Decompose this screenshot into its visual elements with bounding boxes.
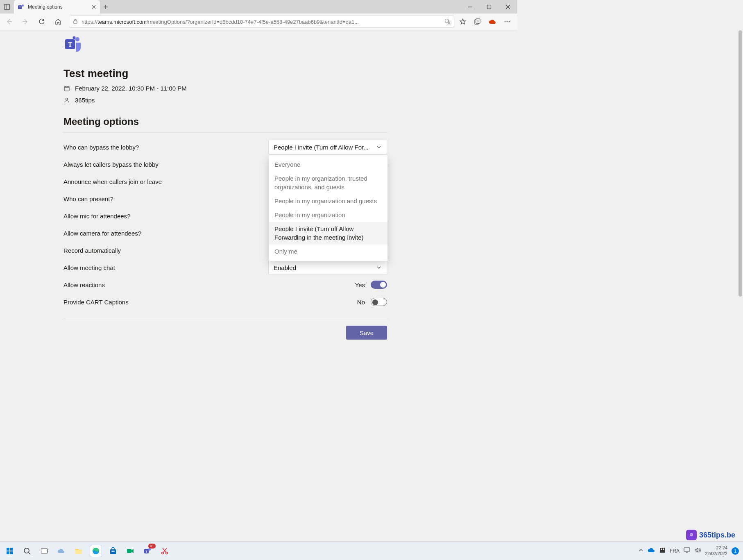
dropdown-item[interactable]: People in my organization — [269, 208, 387, 222]
tab-actions-icon — [4, 4, 10, 10]
browser-tab[interactable]: T Meeting options — [14, 0, 100, 14]
select-value: People I invite (Turn off Allow For... — [274, 144, 369, 151]
svg-point-14 — [507, 21, 508, 23]
minimize-icon — [468, 5, 473, 9]
toggle-value: No — [357, 299, 365, 306]
dropdown-item[interactable]: Everyone — [269, 158, 387, 172]
bypass-lobby-dropdown: EveryonePeople in my organization, trust… — [269, 155, 387, 261]
option-label: Provide CART Captions — [63, 299, 129, 306]
close-icon — [505, 5, 510, 9]
arrow-right-icon — [22, 18, 29, 25]
bypass-lobby-select[interactable]: People I invite (Turn off Allow For... E… — [268, 140, 387, 154]
url-text: https://teams.microsoft.com/meetingOptio… — [82, 19, 359, 25]
browser-titlebar: T Meeting options — [0, 0, 517, 14]
option-bypass-lobby: Who can bypass the lobby? People I invit… — [63, 138, 387, 156]
chevron-down-icon — [376, 265, 382, 270]
svg-point-16 — [75, 37, 79, 41]
page-viewport: T Test meeting February 22, 2022, 10:30 … — [0, 30, 517, 390]
toggle-value: Yes — [355, 281, 365, 288]
home-icon — [54, 18, 62, 25]
option-label: Always let callers bypass the lobby — [63, 161, 159, 168]
window-controls — [461, 0, 517, 14]
svg-rect-7 — [74, 21, 77, 23]
svg-point-24 — [66, 98, 68, 100]
plus-icon — [103, 5, 108, 9]
option-label: Allow reactions — [63, 281, 105, 288]
dropdown-item[interactable]: Only me — [269, 245, 387, 258]
zoom-icon — [444, 18, 451, 25]
more-icon — [503, 18, 511, 25]
meeting-chat-select[interactable]: Enabled — [268, 260, 387, 275]
svg-rect-6 — [487, 5, 491, 9]
refresh-icon — [38, 18, 45, 25]
collections-button[interactable] — [474, 18, 481, 25]
arrow-left-icon — [5, 18, 13, 25]
favorites-button[interactable] — [459, 18, 467, 25]
svg-point-15 — [509, 21, 510, 23]
teams-logo: T — [63, 35, 82, 54]
option-label: Allow camera for attendees? — [63, 230, 141, 237]
calendar-icon — [63, 85, 70, 92]
maximize-button[interactable] — [480, 0, 498, 14]
forward-button[interactable] — [20, 16, 31, 27]
option-meeting-chat: Allow meeting chat Enabled — [63, 259, 387, 276]
close-window-button[interactable] — [498, 0, 517, 14]
dropdown-item[interactable]: People in my organization, trusted organ… — [269, 172, 387, 194]
option-label: Who can present? — [63, 195, 113, 202]
svg-point-4 — [22, 5, 24, 7]
dropdown-item[interactable]: People in my organization and guests — [269, 194, 387, 208]
svg-rect-20 — [64, 86, 69, 91]
option-reactions: Allow reactions Yes — [63, 276, 387, 293]
cart-toggle[interactable] — [371, 298, 387, 306]
dropdown-item[interactable]: People I invite (Turn off Allow Forwardi… — [269, 222, 387, 245]
new-tab-button[interactable] — [100, 0, 111, 14]
svg-point-17 — [73, 36, 76, 39]
meeting-title: Test meeting — [63, 67, 387, 80]
option-label: Who can bypass the lobby? — [63, 144, 139, 151]
option-label: Allow mic for attendees? — [63, 213, 130, 220]
svg-rect-0 — [5, 4, 10, 9]
maximize-icon — [487, 5, 492, 9]
meeting-organizer-row: 365tips — [63, 97, 387, 104]
url-input[interactable]: https://teams.microsoft.com/meetingOptio… — [69, 16, 454, 28]
reading-mode-button[interactable] — [444, 18, 451, 26]
meeting-datetime: February 22, 2022, 10:30 PM - 11:00 PM — [75, 85, 187, 92]
svg-text:T: T — [19, 6, 21, 9]
svg-point-13 — [505, 21, 506, 23]
tab-title: Meeting options — [28, 4, 88, 10]
browser-addressbar: https://teams.microsoft.com/meetingOptio… — [0, 14, 517, 30]
option-label: Record automatically — [63, 247, 121, 254]
more-button[interactable] — [503, 18, 511, 25]
person-icon — [63, 97, 70, 104]
option-label: Allow meeting chat — [63, 264, 115, 271]
option-label: Announce when callers join or leave — [63, 178, 162, 185]
option-cart: Provide CART Captions No — [63, 293, 387, 311]
tab-actions-button[interactable] — [0, 0, 14, 14]
minimize-button[interactable] — [461, 0, 480, 14]
save-button[interactable]: Save — [346, 326, 387, 340]
section-title: Meeting options — [63, 116, 387, 133]
star-icon — [459, 18, 467, 25]
chevron-down-icon — [376, 144, 382, 150]
lock-icon — [72, 18, 78, 25]
reactions-toggle[interactable] — [371, 281, 387, 289]
back-button[interactable] — [3, 16, 15, 27]
meeting-options-page: T Test meeting February 22, 2022, 10:30 … — [63, 30, 387, 340]
meeting-datetime-row: February 22, 2022, 10:30 PM - 11:00 PM — [63, 85, 387, 92]
close-icon — [92, 5, 96, 9]
tab-close-button[interactable] — [92, 3, 96, 11]
home-button[interactable] — [52, 16, 64, 27]
collections-icon — [474, 18, 481, 25]
select-value: Enabled — [274, 264, 296, 271]
meeting-organizer: 365tips — [75, 97, 95, 104]
cloud-sync-icon[interactable] — [489, 18, 496, 25]
refresh-button[interactable] — [36, 16, 48, 27]
teams-favicon: T — [18, 4, 25, 10]
svg-text:T: T — [68, 41, 72, 48]
